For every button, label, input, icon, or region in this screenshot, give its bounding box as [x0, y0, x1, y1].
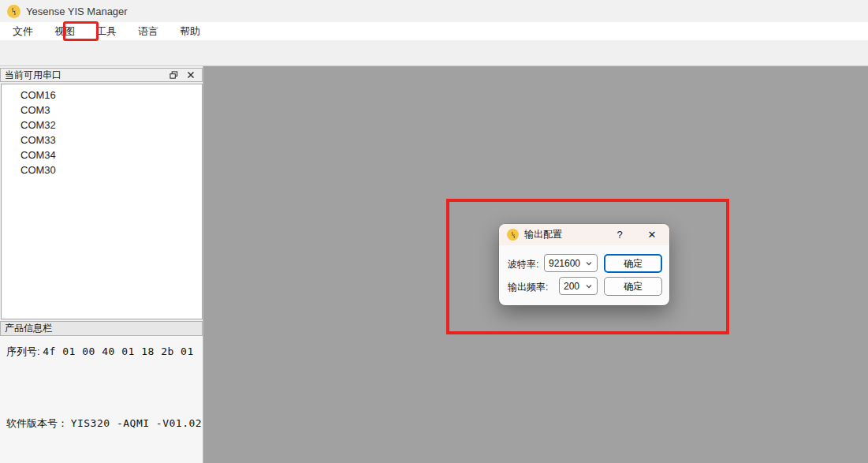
menu-item-file[interactable]: 文件	[8, 23, 38, 40]
serial-number-row: 序列号: 4f 01 00 40 01 18 2b 01	[6, 345, 194, 359]
menu-bar: 文件 视图 工具 语言 帮助	[0, 22, 868, 41]
dialog-freq-value: 200	[564, 281, 579, 292]
chevron-down-icon	[585, 260, 593, 267]
left-dock-column: 当前可用串口 COM16 COM3 COM32 COM33 COM34 COM3…	[0, 66, 203, 463]
serial-number-value: 4f 01 00 40 01 18 2b 01	[43, 345, 194, 357]
dialog-logo-icon	[507, 229, 519, 241]
available-ports-title: 当前可用串口	[5, 69, 167, 82]
dialog-freq-label: 输出频率:	[508, 281, 548, 294]
product-info-body: 序列号: 4f 01 00 40 01 18 2b 01 软件版本号： YIS3…	[0, 336, 203, 463]
dialog-baud-ok-button[interactable]: 确定	[604, 254, 662, 273]
app-logo-icon	[7, 5, 20, 18]
dialog-freq-select[interactable]: 200	[559, 277, 598, 295]
port-list-item[interactable]: COM32	[2, 118, 202, 133]
output-config-dialog: 输出配置 ? ✕ 波特率: 921600 确定 输出频率: 200 确定	[499, 224, 669, 305]
available-ports-panel-header: 当前可用串口	[0, 68, 203, 82]
port-list-item[interactable]: COM3	[2, 103, 202, 118]
port-list-item[interactable]: COM33	[2, 133, 202, 147]
yesense-yis-manager-window: Yesense YIS Manager 文件 视图 工具 语言 帮助	[0, 0, 868, 463]
software-version-row: 软件版本号： YIS320 -AQMI -V01.02.03;	[6, 416, 228, 431]
close-icon[interactable]	[184, 69, 197, 80]
port-list-item[interactable]: COM34	[2, 147, 202, 162]
chevron-down-icon	[585, 282, 593, 290]
menu-item-help[interactable]: 帮助	[175, 23, 205, 40]
dialog-baud-value: 921600	[549, 258, 580, 269]
dialog-baud-label: 波特率:	[508, 258, 538, 271]
window-title: Yesense YIS Manager	[26, 6, 128, 17]
menu-item-language[interactable]: 语言	[133, 23, 163, 40]
float-panel-icon[interactable]	[167, 69, 180, 80]
dialog-freq-ok-button[interactable]: 确定	[604, 277, 662, 296]
port-list-item[interactable]: COM30	[2, 162, 202, 177]
product-info-title: 产品信息栏	[5, 322, 52, 335]
software-version-label: 软件版本号：	[6, 417, 68, 429]
serial-number-label: 序列号:	[6, 345, 40, 357]
port-list-item[interactable]: COM16	[2, 88, 202, 103]
toolbar: UTC COM16	[0, 41, 868, 66]
dialog-help-button[interactable]: ?	[609, 224, 630, 245]
available-ports-list: COM16 COM3 COM32 COM33 COM34 COM30	[1, 84, 203, 319]
dialog-baud-select[interactable]: 921600	[544, 254, 598, 272]
product-info-panel-header: 产品信息栏	[0, 321, 203, 336]
menu-item-tools[interactable]: 工具	[91, 23, 121, 40]
menu-item-view[interactable]: 视图	[50, 23, 80, 40]
dialog-close-icon[interactable]: ✕	[639, 224, 665, 245]
title-bar: Yesense YIS Manager	[0, 0, 868, 22]
